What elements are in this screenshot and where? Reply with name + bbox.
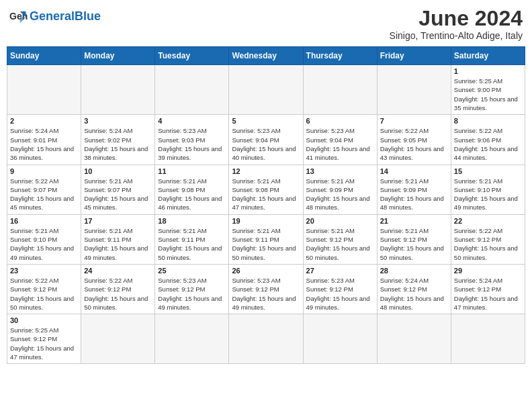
day-info: Sunrise: 5:21 AM Sunset: 9:12 PM Dayligh… <box>306 226 374 262</box>
day-number: 24 <box>84 267 152 275</box>
day-number: 19 <box>232 217 300 225</box>
day-cell: 4Sunrise: 5:23 AM Sunset: 9:03 PM Daylig… <box>155 115 229 165</box>
day-cell: 30Sunrise: 5:25 AM Sunset: 9:12 PM Dayli… <box>7 314 81 364</box>
day-info: Sunrise: 5:25 AM Sunset: 9:12 PM Dayligh… <box>10 326 78 361</box>
day-cell: 22Sunrise: 5:22 AM Sunset: 9:12 PM Dayli… <box>451 214 525 264</box>
day-info: Sunrise: 5:23 AM Sunset: 9:04 PM Dayligh… <box>232 126 300 162</box>
week-row-5: 23Sunrise: 5:22 AM Sunset: 9:12 PM Dayli… <box>7 264 525 314</box>
day-cell: 10Sunrise: 5:21 AM Sunset: 9:07 PM Dayli… <box>81 165 155 214</box>
day-number: 1 <box>454 67 522 75</box>
day-info: Sunrise: 5:23 AM Sunset: 9:03 PM Dayligh… <box>158 126 226 162</box>
day-info: Sunrise: 5:22 AM Sunset: 9:05 PM Dayligh… <box>380 126 448 162</box>
day-cell: 23Sunrise: 5:22 AM Sunset: 9:12 PM Dayli… <box>7 264 81 314</box>
day-number: 14 <box>380 167 448 175</box>
day-info: Sunrise: 5:21 AM Sunset: 9:08 PM Dayligh… <box>158 177 226 212</box>
weekday-header-sunday: Sunday <box>7 47 81 65</box>
day-cell <box>81 314 155 364</box>
week-row-6: 30Sunrise: 5:25 AM Sunset: 9:12 PM Dayli… <box>7 314 525 364</box>
day-number: 27 <box>306 267 374 275</box>
day-info: Sunrise: 5:21 AM Sunset: 9:10 PM Dayligh… <box>454 177 522 212</box>
day-info: Sunrise: 5:21 AM Sunset: 9:11 PM Dayligh… <box>84 226 152 262</box>
day-cell: 5Sunrise: 5:23 AM Sunset: 9:04 PM Daylig… <box>229 115 303 165</box>
weekday-header-saturday: Saturday <box>451 47 525 65</box>
calendar-table: SundayMondayTuesdayWednesdayThursdayFrid… <box>7 46 525 364</box>
day-number: 30 <box>10 316 78 324</box>
day-cell: 21Sunrise: 5:21 AM Sunset: 9:12 PM Dayli… <box>377 214 451 264</box>
day-cell: 20Sunrise: 5:21 AM Sunset: 9:12 PM Dayli… <box>303 214 377 264</box>
day-number: 3 <box>84 117 152 125</box>
day-cell <box>229 65 303 115</box>
day-cell: 6Sunrise: 5:23 AM Sunset: 9:04 PM Daylig… <box>303 115 377 165</box>
day-cell <box>81 65 155 115</box>
day-info: Sunrise: 5:21 AM Sunset: 9:09 PM Dayligh… <box>380 177 448 212</box>
day-number: 28 <box>380 267 448 275</box>
day-cell: 13Sunrise: 5:21 AM Sunset: 9:09 PM Dayli… <box>303 165 377 214</box>
day-number: 22 <box>454 217 522 225</box>
day-cell <box>377 314 451 364</box>
day-cell: 3Sunrise: 5:24 AM Sunset: 9:02 PM Daylig… <box>81 115 155 165</box>
day-number: 18 <box>158 217 226 225</box>
week-row-4: 16Sunrise: 5:21 AM Sunset: 9:10 PM Dayli… <box>7 214 525 264</box>
day-info: Sunrise: 5:24 AM Sunset: 9:02 PM Dayligh… <box>84 126 152 162</box>
weekday-header-friday: Friday <box>377 47 451 65</box>
day-info: Sunrise: 5:24 AM Sunset: 9:12 PM Dayligh… <box>454 276 522 312</box>
day-number: 7 <box>380 117 448 125</box>
day-number: 11 <box>158 167 226 175</box>
day-number: 29 <box>454 267 522 275</box>
day-info: Sunrise: 5:22 AM Sunset: 9:06 PM Dayligh… <box>454 126 522 162</box>
day-info: Sunrise: 5:22 AM Sunset: 9:12 PM Dayligh… <box>84 276 152 312</box>
day-info: Sunrise: 5:23 AM Sunset: 9:04 PM Dayligh… <box>306 126 374 162</box>
day-info: Sunrise: 5:21 AM Sunset: 9:12 PM Dayligh… <box>380 226 448 262</box>
day-cell: 27Sunrise: 5:23 AM Sunset: 9:12 PM Dayli… <box>303 264 377 314</box>
day-cell: 8Sunrise: 5:22 AM Sunset: 9:06 PM Daylig… <box>451 115 525 165</box>
calendar-title: June 2024 <box>390 7 523 30</box>
week-row-2: 2Sunrise: 5:24 AM Sunset: 9:01 PM Daylig… <box>7 115 525 165</box>
day-number: 21 <box>380 217 448 225</box>
day-cell <box>303 314 377 364</box>
day-number: 4 <box>158 117 226 125</box>
day-cell <box>303 65 377 115</box>
day-cell <box>155 314 229 364</box>
calendar-subtitle: Sinigo, Trentino-Alto Adige, Italy <box>390 30 523 41</box>
day-number: 13 <box>306 167 374 175</box>
day-number: 10 <box>84 167 152 175</box>
weekday-header-monday: Monday <box>81 47 155 65</box>
day-number: 26 <box>232 267 300 275</box>
day-number: 5 <box>232 117 300 125</box>
day-info: Sunrise: 5:21 AM Sunset: 9:08 PM Dayligh… <box>232 177 300 212</box>
day-info: Sunrise: 5:25 AM Sunset: 9:00 PM Dayligh… <box>454 77 522 112</box>
day-cell: 18Sunrise: 5:21 AM Sunset: 9:11 PM Dayli… <box>155 214 229 264</box>
day-cell: 19Sunrise: 5:21 AM Sunset: 9:11 PM Dayli… <box>229 214 303 264</box>
day-number: 2 <box>10 117 78 125</box>
week-row-3: 9Sunrise: 5:22 AM Sunset: 9:07 PM Daylig… <box>7 165 525 214</box>
logo-text: GeneralBlue <box>30 9 101 23</box>
week-row-1: 1Sunrise: 5:25 AM Sunset: 9:00 PM Daylig… <box>7 65 525 115</box>
day-cell: 14Sunrise: 5:21 AM Sunset: 9:09 PM Dayli… <box>377 165 451 214</box>
day-info: Sunrise: 5:21 AM Sunset: 9:10 PM Dayligh… <box>10 226 78 262</box>
weekday-header-row: SundayMondayTuesdayWednesdayThursdayFrid… <box>7 47 525 65</box>
day-cell <box>229 314 303 364</box>
day-cell: 24Sunrise: 5:22 AM Sunset: 9:12 PM Dayli… <box>81 264 155 314</box>
day-cell <box>7 65 81 115</box>
day-number: 25 <box>158 267 226 275</box>
day-info: Sunrise: 5:21 AM Sunset: 9:07 PM Dayligh… <box>84 177 152 212</box>
day-cell: 11Sunrise: 5:21 AM Sunset: 9:08 PM Dayli… <box>155 165 229 214</box>
day-number: 9 <box>10 167 78 175</box>
title-area: June 2024 Sinigo, Trentino-Alto Adige, I… <box>390 7 523 41</box>
page-header: Gen GeneralBlue June 2024 Sinigo, Trenti… <box>7 7 525 41</box>
weekday-header-thursday: Thursday <box>303 47 377 65</box>
day-cell: 16Sunrise: 5:21 AM Sunset: 9:10 PM Dayli… <box>7 214 81 264</box>
day-cell <box>451 314 525 364</box>
logo-icon: Gen <box>9 7 28 26</box>
day-cell <box>377 65 451 115</box>
day-cell: 25Sunrise: 5:23 AM Sunset: 9:12 PM Dayli… <box>155 264 229 314</box>
weekday-header-tuesday: Tuesday <box>155 47 229 65</box>
day-number: 20 <box>306 217 374 225</box>
day-cell: 26Sunrise: 5:23 AM Sunset: 9:12 PM Dayli… <box>229 264 303 314</box>
day-cell: 15Sunrise: 5:21 AM Sunset: 9:10 PM Dayli… <box>451 165 525 214</box>
day-cell: 28Sunrise: 5:24 AM Sunset: 9:12 PM Dayli… <box>377 264 451 314</box>
day-cell: 7Sunrise: 5:22 AM Sunset: 9:05 PM Daylig… <box>377 115 451 165</box>
day-number: 6 <box>306 117 374 125</box>
day-cell: 17Sunrise: 5:21 AM Sunset: 9:11 PM Dayli… <box>81 214 155 264</box>
day-number: 17 <box>84 217 152 225</box>
